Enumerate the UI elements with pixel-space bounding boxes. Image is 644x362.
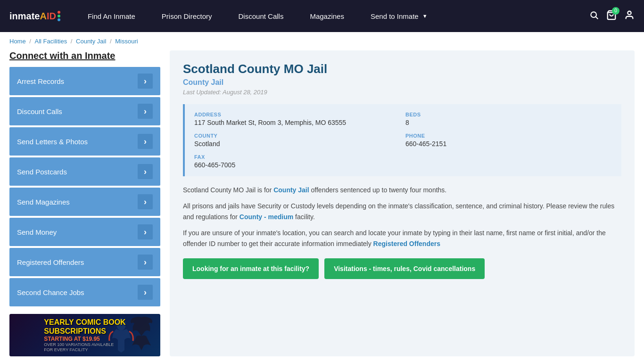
nav-magazines[interactable]: Magazines — [297, 0, 357, 32]
main-layout: Connect with an Inmate Arrest Records › … — [0, 50, 644, 362]
action-buttons: Looking for an inmate at this facility? … — [183, 258, 621, 279]
breadcrumb-all-facilities[interactable]: All Facilities — [35, 38, 67, 45]
ad-title-line2: SUBSCRIPTIONS — [44, 327, 125, 336]
county-medium-link[interactable]: County - medium — [239, 213, 293, 221]
beds-block: BEDS 8 — [405, 112, 612, 126]
header-icons: 0 — [589, 10, 635, 23]
svg-point-0 — [591, 12, 596, 17]
arrow-icon: › — [138, 104, 153, 119]
sidebar-item-label: Arrest Records — [17, 77, 64, 85]
user-icon[interactable] — [624, 10, 635, 23]
sidebar-item-registered-offenders[interactable]: Registered Offenders › — [9, 248, 160, 276]
arrow-icon: › — [138, 224, 153, 239]
breadcrumb: Home / All Facilities / County Jail / Mi… — [0, 32, 644, 50]
facility-title: Scotland County MO Jail — [183, 62, 621, 76]
sidebar-item-label: Registered Offenders — [17, 258, 84, 266]
phone-value: 660-465-2151 — [405, 140, 612, 148]
fax-value: 660-465-7005 — [194, 161, 401, 169]
breadcrumb-home[interactable]: Home — [9, 38, 26, 45]
facility-description: Scotland County MO Jail is for County Ja… — [183, 185, 621, 249]
sidebar-item-discount-calls[interactable]: Discount Calls › — [9, 97, 160, 125]
ad-price: STARTING AT $19.95 — [44, 336, 125, 342]
arrow-icon: › — [138, 194, 153, 209]
address-block: ADDRESS 117 South Market St, Room 3, Mem… — [194, 112, 401, 126]
looking-for-inmate-button[interactable]: Looking for an inmate at this facility? — [183, 258, 319, 279]
county-jail-link[interactable]: County Jail — [273, 186, 309, 194]
facility-updated: Last Updated: August 28, 2019 — [183, 89, 621, 96]
sidebar-item-send-money[interactable]: Send Money › — [9, 218, 160, 246]
ad-title-line1: YEARLY COMIC BOOK — [44, 318, 125, 327]
breadcrumb-missouri[interactable]: Missouri — [115, 38, 138, 45]
ad-banner[interactable]: YEARLY COMIC BOOK SUBSCRIPTIONS STARTING… — [9, 314, 160, 356]
breadcrumb-county-jail[interactable]: County Jail — [76, 38, 106, 45]
svg-point-3 — [627, 11, 631, 14]
logo-id: ID — [47, 11, 56, 22]
header: inmate A ID Find An Inmate Prison Direct… — [0, 0, 644, 32]
beds-value: 8 — [405, 119, 612, 126]
facility-subtitle: County Jail — [183, 78, 621, 87]
phone-block: PHONE 660-465-2151 — [405, 133, 612, 148]
registered-offenders-link[interactable]: Registered Offenders — [373, 240, 440, 247]
main-nav: Find An Inmate Prison Directory Discount… — [74, 0, 589, 32]
sidebar-title: Connect with an Inmate — [9, 50, 160, 61]
nav-send-to-inmate[interactable]: Send to Inmate ▼ — [357, 0, 441, 32]
sidebar-item-label: Second Chance Jobs — [17, 288, 84, 296]
nav-prison-directory[interactable]: Prison Directory — [149, 0, 225, 32]
fax-label: FAX — [194, 154, 401, 160]
arrow-icon: › — [138, 164, 153, 179]
desc-para2: All prisons and jails have Security or C… — [183, 201, 621, 222]
sidebar-item-send-postcards[interactable]: Send Postcards › — [9, 157, 160, 186]
arrow-icon: › — [138, 74, 153, 89]
phone-label: PHONE — [405, 133, 612, 139]
arrow-icon: › — [138, 134, 153, 149]
sidebar-item-send-letters[interactable]: Send Letters & Photos › — [9, 127, 160, 156]
nav-discount-calls[interactable]: Discount Calls — [225, 0, 297, 32]
logo-text: inmate — [9, 11, 40, 22]
logo-decoration — [58, 11, 60, 21]
breadcrumb-sep2: / — [71, 38, 74, 45]
search-icon[interactable] — [589, 10, 599, 22]
address-value: 117 South Market St, Room 3, Memphis, MO… — [194, 119, 401, 126]
county-label: COUNTY — [194, 133, 401, 139]
sidebar-item-send-magazines[interactable]: Send Magazines › — [9, 188, 160, 216]
logo-aid: A — [40, 11, 46, 22]
arrow-icon: › — [138, 255, 153, 270]
sidebar-item-label: Discount Calls — [17, 107, 62, 115]
desc-para1: Scotland County MO Jail is for County Ja… — [183, 185, 621, 195]
fax-block: FAX 660-465-7005 — [194, 154, 401, 169]
beds-label: BEDS — [405, 112, 612, 117]
county-value: Scotland — [194, 140, 401, 148]
desc-para3: If you are unsure of your inmate's locat… — [183, 228, 621, 249]
address-label: ADDRESS — [194, 112, 401, 117]
sidebar-item-label: Send Magazines — [17, 198, 70, 206]
arrow-icon: › — [138, 285, 153, 300]
sidebar-menu: Arrest Records › Discount Calls › Send L… — [9, 67, 160, 306]
logo[interactable]: inmate A ID — [9, 11, 60, 22]
nav-find-inmate[interactable]: Find An Inmate — [74, 0, 149, 32]
content-area: Scotland County MO Jail County Jail Last… — [170, 50, 635, 356]
cart-badge: 0 — [612, 7, 619, 15]
info-section: ADDRESS 117 South Market St, Room 3, Mem… — [183, 104, 621, 176]
visitations-button[interactable]: Visitations - times, rules, Covid cancel… — [324, 258, 485, 279]
sidebar: Connect with an Inmate Arrest Records › … — [9, 50, 160, 356]
sidebar-item-second-chance-jobs[interactable]: Second Chance Jobs › — [9, 278, 160, 306]
ad-fine-print: OVER 100 VARIATIONS AVAILABLE FOR EVERY … — [44, 342, 119, 353]
sidebar-item-label: Send Postcards — [17, 168, 67, 176]
cart-icon[interactable]: 0 — [606, 10, 617, 23]
dropdown-arrow-icon: ▼ — [422, 13, 428, 19]
sidebar-item-label: Send Money — [17, 228, 57, 236]
breadcrumb-sep1: / — [29, 38, 33, 45]
sidebar-item-arrest-records[interactable]: Arrest Records › — [9, 67, 160, 95]
breadcrumb-sep3: / — [110, 38, 113, 45]
county-block: COUNTY Scotland — [194, 133, 401, 148]
svg-line-1 — [596, 16, 598, 19]
sidebar-item-label: Send Letters & Photos — [17, 138, 88, 146]
